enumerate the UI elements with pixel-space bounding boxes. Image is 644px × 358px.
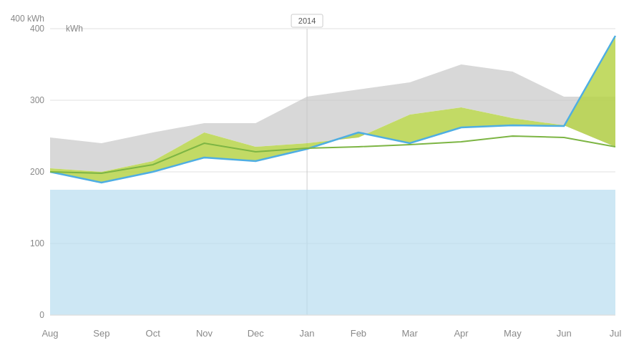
x-axis-label: May (504, 328, 522, 339)
x-axis-label: Jul (610, 328, 622, 339)
energy-chart: 0100200300400400 kWhkWh2014AugSepOctNovD… (0, 0, 644, 358)
svg-text:100: 100 (30, 238, 44, 248)
x-axis-label: Jan (300, 328, 315, 339)
x-axis-label: Nov (196, 328, 213, 339)
x-axis-label: Aug (42, 328, 58, 339)
svg-text:300: 300 (30, 95, 44, 105)
svg-text:kWh: kWh (66, 24, 83, 34)
svg-text:0: 0 (39, 310, 44, 320)
svg-text:400 kWh: 400 kWh (11, 14, 44, 24)
svg-text:200: 200 (30, 167, 44, 177)
x-axis-label: Sep (93, 328, 109, 339)
x-axis-label: Feb (351, 328, 366, 339)
x-axis-label: Mar (402, 328, 419, 339)
chart-container: 0100200300400400 kWhkWh2014AugSepOctNovD… (0, 0, 644, 358)
x-axis-label: Dec (248, 328, 265, 339)
x-axis-label: Oct (146, 328, 161, 339)
x-axis-label: Jun (557, 328, 572, 339)
svg-text:400: 400 (30, 24, 44, 34)
x-axis-label: Apr (454, 328, 469, 339)
svg-text:2014: 2014 (298, 16, 316, 25)
